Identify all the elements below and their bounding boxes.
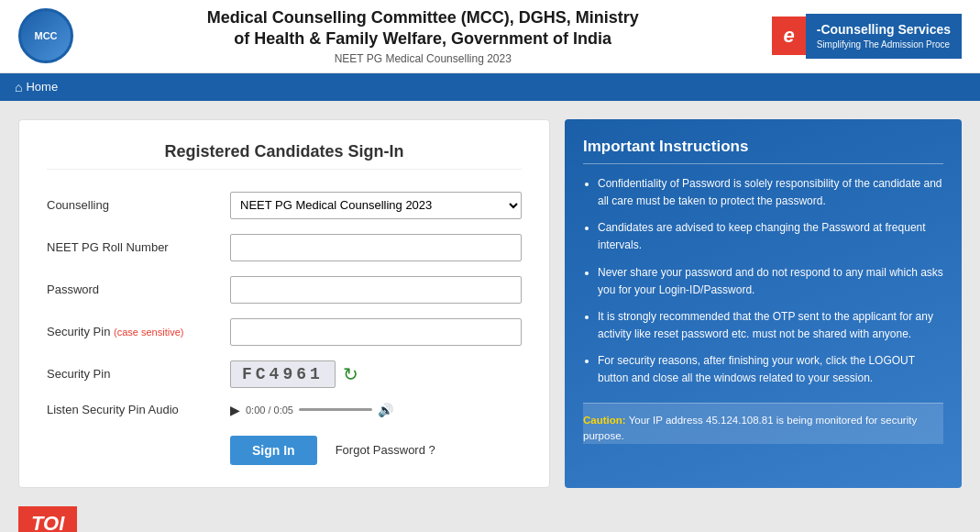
roll-label: NEET PG Roll Number [47,240,230,254]
header-right: e -Counselling Services Simplifying The … [772,14,962,60]
audio-player: ▶ 0:00 / 0:05 🔊 [230,403,393,417]
brand-main: -Counselling Services [817,21,951,39]
roll-number-row: NEET PG Roll Number [47,234,522,261]
caution-text: Your IP address 45.124.108.81 is being m… [583,415,917,441]
signin-title: Registered Candidates Sign-In [47,142,522,170]
top-header: MCC Medical Counselling Committee (MCC),… [0,0,980,73]
toi-section: TOI [0,506,980,532]
list-item: Confidentiality of Password is solely re… [598,175,943,210]
captcha-container: FC4961 ↻ [230,360,358,388]
roll-number-input[interactable] [230,234,522,261]
title-line2: of Health & Family Welfare, Government o… [234,29,611,48]
main-content: Registered Candidates Sign-In Counsellin… [0,101,980,506]
logo-letter: e [783,24,794,47]
volume-icon[interactable]: 🔊 [378,403,393,417]
list-item: It is strongly recommended that the OTP … [598,308,943,343]
list-item: For security reasons, after finishing yo… [598,352,943,387]
security-pin-text: Security Pin [47,325,110,338]
main-wrapper: Registered Candidates Sign-In Counsellin… [0,101,980,532]
instructions-list: Confidentiality of Password is solely re… [583,175,943,388]
list-item: Never share your password and do not res… [598,264,943,299]
security-pin-input[interactable] [230,318,522,346]
list-item: Candidates are advised to keep changing … [598,219,943,254]
password-label: Password [47,283,230,296]
header-title: Medical Counselling Committee (MCC), DGH… [73,7,772,50]
toi-banner: TOI [18,506,77,532]
security-pin-row: Security Pin (case sensitive) [47,318,522,346]
captcha-refresh-button[interactable]: ↻ [343,363,358,385]
audio-time: 0:00 / 0:05 [246,405,293,416]
password-input[interactable] [230,276,522,304]
title-line1: Medical Counselling Committee (MCC), DGH… [207,8,639,27]
captcha-row: Security Pin FC4961 ↻ [47,360,522,388]
logo-text: MCC [34,30,57,41]
instructions-panel: Important Instructions Confidentiality o… [565,119,962,488]
counselling-brand: -Counselling Services Simplifying The Ad… [806,14,962,60]
counselling-label: Counselling [47,198,230,212]
audio-row: Listen Security Pin Audio ▶ 0:00 / 0:05 … [47,403,522,417]
header-title-block: Medical Counselling Committee (MCC), DGH… [73,7,772,65]
home-icon: ⌂ [15,80,22,94]
sign-in-button[interactable]: Sign In [230,436,317,465]
password-row: Password [47,276,522,304]
audio-play-button[interactable]: ▶ [230,403,240,417]
security-pin-label: Security Pin (case sensitive) [47,325,230,338]
counselling-logo-letter: e [772,17,805,55]
mcc-logo: MCC [18,8,73,63]
captcha-label: Security Pin [47,367,230,381]
button-row: Sign In Forgot Password ? [47,436,522,465]
home-nav-link[interactable]: ⌂ Home [15,80,58,94]
header-subtitle: NEET PG Medical Counselling 2023 [73,52,772,65]
brand-sub: Simplifying The Admission Proce [817,39,951,51]
caution-label: Caution: [583,415,626,426]
counselling-select[interactable]: NEET PG Medical Counselling 2023 [230,192,522,219]
counselling-row: Counselling NEET PG Medical Counselling … [47,192,522,219]
instructions-title: Important Instructions [583,138,943,164]
forgot-password-link[interactable]: Forgot Password ? [336,443,435,457]
security-pin-note: (case sensitive) [114,327,183,338]
captcha-image: FC4961 [230,360,336,388]
signin-panel: Registered Candidates Sign-In Counsellin… [18,119,550,488]
header-logo: MCC [18,8,73,63]
audio-progress-bar[interactable] [299,408,372,411]
nav-bar: ⌂ Home [0,73,980,101]
audio-label: Listen Security Pin Audio [47,403,230,416]
home-label: Home [26,80,58,94]
caution-box: Caution: Your IP address 45.124.108.81 i… [583,403,943,445]
